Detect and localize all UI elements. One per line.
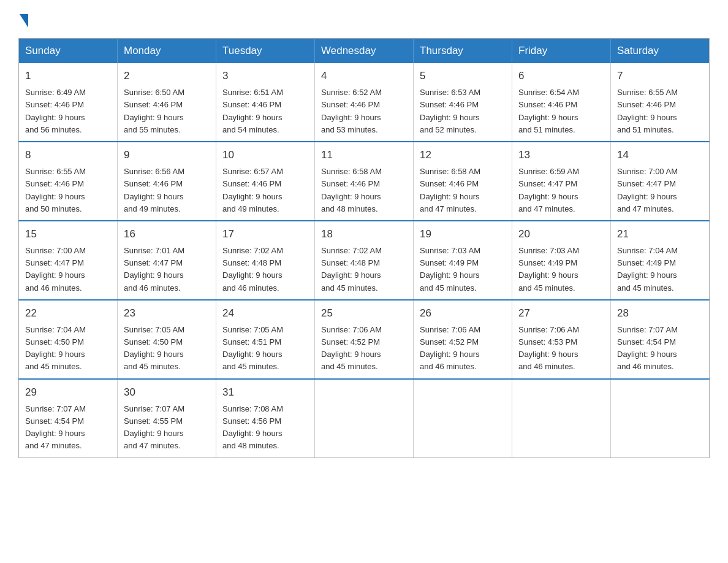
day-number: 25 bbox=[321, 305, 407, 321]
calendar-day-cell: 28Sunrise: 7:07 AMSunset: 4:54 PMDayligh… bbox=[611, 300, 710, 379]
day-info: Sunrise: 7:07 AMSunset: 4:55 PMDaylight:… bbox=[124, 403, 210, 453]
calendar-day-cell: 22Sunrise: 7:04 AMSunset: 4:50 PMDayligh… bbox=[19, 300, 118, 379]
day-number: 1 bbox=[25, 68, 111, 84]
calendar-day-cell: 30Sunrise: 7:07 AMSunset: 4:55 PMDayligh… bbox=[118, 379, 216, 458]
day-number: 16 bbox=[124, 226, 210, 242]
day-info: Sunrise: 6:54 AMSunset: 4:46 PMDaylight:… bbox=[518, 86, 604, 136]
logo-triangle-icon bbox=[20, 14, 28, 28]
day-info: Sunrise: 7:08 AMSunset: 4:56 PMDaylight:… bbox=[222, 403, 308, 453]
calendar-day-cell: 7Sunrise: 6:55 AMSunset: 4:46 PMDaylight… bbox=[611, 63, 710, 142]
day-of-week-header: Friday bbox=[512, 39, 611, 64]
calendar-day-cell bbox=[414, 379, 512, 458]
day-info: Sunrise: 7:06 AMSunset: 4:52 PMDaylight:… bbox=[321, 324, 407, 373]
day-info: Sunrise: 7:00 AMSunset: 4:47 PMDaylight:… bbox=[617, 166, 703, 215]
day-number: 8 bbox=[25, 147, 111, 163]
day-of-week-header: Monday bbox=[118, 39, 216, 64]
calendar-day-cell: 20Sunrise: 7:03 AMSunset: 4:49 PMDayligh… bbox=[512, 221, 611, 300]
calendar-day-cell: 15Sunrise: 7:00 AMSunset: 4:47 PMDayligh… bbox=[19, 221, 118, 300]
day-number: 22 bbox=[25, 305, 111, 321]
calendar-day-cell: 4Sunrise: 6:52 AMSunset: 4:46 PMDaylight… bbox=[315, 63, 414, 142]
day-number: 13 bbox=[518, 147, 604, 163]
calendar-day-cell: 27Sunrise: 7:06 AMSunset: 4:53 PMDayligh… bbox=[512, 300, 611, 379]
calendar-week-row: 8Sunrise: 6:55 AMSunset: 4:46 PMDaylight… bbox=[19, 142, 710, 221]
day-number: 31 bbox=[222, 385, 308, 400]
calendar-day-cell: 16Sunrise: 7:01 AMSunset: 4:47 PMDayligh… bbox=[118, 221, 216, 300]
day-of-week-header: Thursday bbox=[414, 39, 512, 64]
day-number: 2 bbox=[124, 68, 210, 84]
day-number: 30 bbox=[124, 385, 210, 400]
calendar-week-row: 22Sunrise: 7:04 AMSunset: 4:50 PMDayligh… bbox=[19, 300, 710, 379]
day-info: Sunrise: 6:57 AMSunset: 4:46 PMDaylight:… bbox=[222, 166, 308, 215]
calendar-day-cell: 31Sunrise: 7:08 AMSunset: 4:56 PMDayligh… bbox=[216, 379, 315, 458]
day-number: 3 bbox=[222, 68, 308, 84]
days-of-week-row: SundayMondayTuesdayWednesdayThursdayFrid… bbox=[19, 39, 710, 64]
day-number: 5 bbox=[420, 68, 506, 84]
day-number: 6 bbox=[518, 68, 604, 84]
calendar-table: SundayMondayTuesdayWednesdayThursdayFrid… bbox=[18, 38, 710, 458]
day-info: Sunrise: 7:02 AMSunset: 4:48 PMDaylight:… bbox=[321, 245, 407, 294]
day-info: Sunrise: 7:04 AMSunset: 4:50 PMDaylight:… bbox=[25, 324, 111, 373]
day-info: Sunrise: 6:58 AMSunset: 4:46 PMDaylight:… bbox=[420, 166, 506, 215]
day-number: 23 bbox=[124, 305, 210, 321]
day-info: Sunrise: 6:56 AMSunset: 4:46 PMDaylight:… bbox=[124, 166, 210, 215]
day-info: Sunrise: 7:05 AMSunset: 4:50 PMDaylight:… bbox=[124, 324, 210, 373]
calendar-week-row: 29Sunrise: 7:07 AMSunset: 4:54 PMDayligh… bbox=[19, 379, 710, 458]
calendar-body: 1Sunrise: 6:49 AMSunset: 4:46 PMDaylight… bbox=[19, 63, 710, 458]
calendar-day-cell: 18Sunrise: 7:02 AMSunset: 4:48 PMDayligh… bbox=[315, 221, 414, 300]
day-info: Sunrise: 7:06 AMSunset: 4:52 PMDaylight:… bbox=[420, 324, 506, 373]
day-info: Sunrise: 6:55 AMSunset: 4:46 PMDaylight:… bbox=[25, 166, 111, 215]
calendar-day-cell: 5Sunrise: 6:53 AMSunset: 4:46 PMDaylight… bbox=[414, 63, 512, 142]
calendar-day-cell: 24Sunrise: 7:05 AMSunset: 4:51 PMDayligh… bbox=[216, 300, 315, 379]
day-of-week-header: Saturday bbox=[611, 39, 710, 64]
calendar-week-row: 15Sunrise: 7:00 AMSunset: 4:47 PMDayligh… bbox=[19, 221, 710, 300]
calendar-day-cell: 13Sunrise: 6:59 AMSunset: 4:47 PMDayligh… bbox=[512, 142, 611, 221]
day-number: 17 bbox=[222, 226, 308, 242]
day-info: Sunrise: 7:06 AMSunset: 4:53 PMDaylight:… bbox=[518, 324, 604, 373]
calendar-day-cell: 3Sunrise: 6:51 AMSunset: 4:46 PMDaylight… bbox=[216, 63, 315, 142]
day-info: Sunrise: 6:59 AMSunset: 4:47 PMDaylight:… bbox=[518, 166, 604, 215]
day-info: Sunrise: 7:01 AMSunset: 4:47 PMDaylight:… bbox=[124, 245, 210, 294]
calendar-day-cell: 6Sunrise: 6:54 AMSunset: 4:46 PMDaylight… bbox=[512, 63, 611, 142]
day-number: 26 bbox=[420, 305, 506, 321]
day-number: 18 bbox=[321, 226, 407, 242]
day-info: Sunrise: 6:50 AMSunset: 4:46 PMDaylight:… bbox=[124, 86, 210, 136]
day-of-week-header: Wednesday bbox=[315, 39, 414, 64]
calendar-day-cell: 12Sunrise: 6:58 AMSunset: 4:46 PMDayligh… bbox=[414, 142, 512, 221]
day-info: Sunrise: 7:03 AMSunset: 4:49 PMDaylight:… bbox=[518, 245, 604, 294]
day-number: 29 bbox=[25, 385, 111, 400]
calendar-day-cell: 25Sunrise: 7:06 AMSunset: 4:52 PMDayligh… bbox=[315, 300, 414, 379]
day-number: 15 bbox=[25, 226, 111, 242]
calendar-header: SundayMondayTuesdayWednesdayThursdayFrid… bbox=[19, 39, 710, 64]
day-number: 11 bbox=[321, 147, 407, 163]
day-number: 21 bbox=[617, 226, 703, 242]
day-number: 19 bbox=[420, 226, 506, 242]
day-of-week-header: Tuesday bbox=[216, 39, 315, 64]
day-number: 9 bbox=[124, 147, 210, 163]
day-number: 4 bbox=[321, 68, 407, 84]
day-info: Sunrise: 7:07 AMSunset: 4:54 PMDaylight:… bbox=[25, 403, 111, 453]
calendar-day-cell bbox=[611, 379, 710, 458]
day-info: Sunrise: 6:58 AMSunset: 4:46 PMDaylight:… bbox=[321, 166, 407, 215]
calendar-day-cell: 1Sunrise: 6:49 AMSunset: 4:46 PMDaylight… bbox=[19, 63, 118, 142]
day-number: 27 bbox=[518, 305, 604, 321]
calendar-day-cell: 14Sunrise: 7:00 AMSunset: 4:47 PMDayligh… bbox=[611, 142, 710, 221]
day-info: Sunrise: 7:05 AMSunset: 4:51 PMDaylight:… bbox=[222, 324, 308, 373]
day-info: Sunrise: 6:55 AMSunset: 4:46 PMDaylight:… bbox=[617, 86, 703, 136]
day-of-week-header: Sunday bbox=[19, 39, 118, 64]
day-info: Sunrise: 7:02 AMSunset: 4:48 PMDaylight:… bbox=[222, 245, 308, 294]
day-number: 14 bbox=[617, 147, 703, 163]
calendar-day-cell: 23Sunrise: 7:05 AMSunset: 4:50 PMDayligh… bbox=[118, 300, 216, 379]
calendar-day-cell: 9Sunrise: 6:56 AMSunset: 4:46 PMDaylight… bbox=[118, 142, 216, 221]
calendar-day-cell: 19Sunrise: 7:03 AMSunset: 4:49 PMDayligh… bbox=[414, 221, 512, 300]
day-number: 12 bbox=[420, 147, 506, 163]
day-info: Sunrise: 7:04 AMSunset: 4:49 PMDaylight:… bbox=[617, 245, 703, 294]
day-number: 7 bbox=[617, 68, 703, 84]
day-number: 20 bbox=[518, 226, 604, 242]
day-number: 28 bbox=[617, 305, 703, 321]
calendar-day-cell: 11Sunrise: 6:58 AMSunset: 4:46 PMDayligh… bbox=[315, 142, 414, 221]
day-info: Sunrise: 7:00 AMSunset: 4:47 PMDaylight:… bbox=[25, 245, 111, 294]
day-info: Sunrise: 7:07 AMSunset: 4:54 PMDaylight:… bbox=[617, 324, 703, 373]
day-info: Sunrise: 6:49 AMSunset: 4:46 PMDaylight:… bbox=[25, 86, 111, 136]
day-info: Sunrise: 6:52 AMSunset: 4:46 PMDaylight:… bbox=[321, 86, 407, 136]
page-header bbox=[18, 12, 710, 26]
